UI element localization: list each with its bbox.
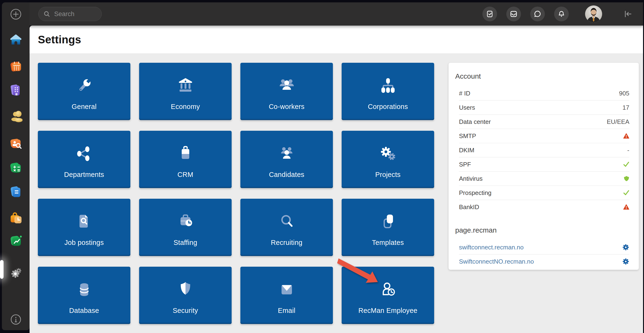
share-nodes-icon	[74, 143, 95, 164]
tile-label: Database	[69, 306, 99, 314]
account-rows: # ID 905 Users 17 Data center EU/EEA SMT…	[459, 87, 629, 214]
tile-crm[interactable]: CRM	[139, 131, 232, 188]
info-icon[interactable]	[9, 313, 22, 326]
home-icon[interactable]	[9, 33, 22, 46]
main-area: Settings General	[30, 2, 643, 333]
calendar-icon[interactable]	[9, 60, 22, 73]
calculator-icon[interactable]	[9, 162, 22, 175]
companies-icon[interactable]	[9, 83, 22, 97]
account-row-antivirus: Antivirus	[459, 172, 629, 186]
gears-icon	[377, 143, 399, 164]
tile-departments[interactable]: Departments	[38, 131, 130, 188]
active-item-indicator	[0, 260, 4, 279]
search-icon	[43, 11, 50, 18]
page-link[interactable]: swiftconnect.recman.no	[459, 244, 524, 251]
topbar-actions	[482, 2, 643, 26]
check-icon	[623, 162, 629, 167]
page-link[interactable]: SwiftconnectNO.recman.no	[459, 258, 534, 265]
tile-label: Recruiting	[271, 238, 302, 246]
page-header: Settings	[30, 26, 643, 53]
tile-label: Departments	[64, 171, 104, 179]
pages-section-title: page.recman	[455, 226, 629, 234]
envelope-icon	[276, 279, 298, 300]
shield-ok-icon	[624, 176, 629, 181]
tasks-icon[interactable]	[482, 7, 497, 21]
tile-label: General	[72, 103, 96, 111]
insights-icon[interactable]	[9, 234, 22, 248]
templates-icon	[377, 211, 399, 232]
tile-label: Economy	[171, 103, 200, 111]
document-search-icon	[74, 211, 95, 232]
content: General Economy Co-workers	[30, 53, 643, 333]
tile-email[interactable]: Email	[240, 267, 333, 324]
person-clock-icon	[377, 279, 399, 300]
tile-label: Templates	[372, 238, 404, 246]
shield-icon	[175, 279, 196, 300]
tile-label: Staffing	[174, 238, 197, 246]
tile-label: Email	[278, 306, 295, 314]
tile-job-postings[interactable]: Job postings	[38, 199, 130, 256]
app-window: Settings General	[2, 2, 643, 333]
tile-staffing[interactable]: Staffing	[139, 199, 232, 256]
account-row-prospecting: Prospecting	[459, 186, 629, 200]
warning-icon	[623, 133, 629, 139]
tile-label: Co-workers	[269, 103, 304, 111]
tile-label: Projects	[375, 171, 400, 179]
notifications-icon[interactable]	[554, 7, 569, 21]
page-link-row: SwiftconnectNO.recman.no	[459, 255, 629, 268]
tile-general[interactable]: General	[38, 63, 130, 120]
tile-projects[interactable]: Projects	[342, 131, 434, 188]
tile-corporations[interactable]: Corporations	[342, 63, 434, 120]
account-row-bankid: BankID	[459, 200, 629, 214]
search-bar[interactable]	[38, 7, 102, 21]
page-links: swiftconnect.recman.no SwiftconnectNO.re…	[459, 240, 629, 268]
documents-icon[interactable]	[9, 185, 22, 198]
tile-label: RecMan Employee	[358, 306, 418, 314]
account-row-smtp: SMTP	[459, 129, 629, 143]
tile-templates[interactable]: Templates	[342, 199, 434, 256]
database-icon	[74, 279, 95, 300]
account-row-data-center: Data center EU/EEA	[459, 115, 629, 129]
add-icon[interactable]	[9, 8, 22, 21]
page-settings-gear-icon[interactable]	[622, 244, 629, 251]
settings-icon[interactable]	[9, 266, 22, 279]
page-settings-gear-icon[interactable]	[622, 258, 629, 265]
tile-recman-employee[interactable]: RecMan Employee	[342, 267, 434, 324]
tile-label: Job postings	[64, 238, 104, 246]
tile-label: Candidates	[269, 171, 304, 179]
tile-label: CRM	[178, 171, 193, 179]
warning-icon	[623, 204, 629, 210]
search-input[interactable]	[54, 10, 99, 18]
account-section-title: Account	[455, 72, 629, 80]
bank-icon	[175, 75, 196, 96]
briefcase-icon	[175, 143, 196, 164]
wrench-icon	[74, 75, 95, 96]
tile-economy[interactable]: Economy	[139, 63, 232, 120]
tile-label: Corporations	[368, 103, 408, 111]
tile-label: Security	[173, 306, 198, 314]
user-avatar[interactable]	[585, 6, 602, 23]
org-chart-icon	[377, 75, 399, 96]
tile-security[interactable]: Security	[139, 267, 232, 324]
tile-recruiting[interactable]: Recruiting	[240, 199, 333, 256]
tile-co-workers[interactable]: Co-workers	[240, 63, 333, 120]
staffing-icon[interactable]	[9, 211, 22, 224]
account-row-spf: SPF	[459, 158, 629, 172]
sidebar	[2, 2, 30, 330]
tile-candidates[interactable]: Candidates	[240, 131, 333, 188]
account-row-dkim: DKIM -	[459, 143, 629, 158]
account-row-id: # ID 905	[459, 87, 629, 101]
topbar	[30, 2, 643, 26]
customers-icon[interactable]	[9, 109, 22, 123]
candidate-search-icon[interactable]	[9, 137, 22, 150]
inbox-icon[interactable]	[506, 7, 521, 21]
account-row-users: Users 17	[459, 101, 629, 115]
tile-database[interactable]: Database	[38, 267, 130, 324]
collapse-panel-icon[interactable]	[623, 10, 633, 18]
magnifier-icon	[276, 211, 298, 232]
check-icon	[623, 190, 629, 196]
messages-icon[interactable]	[530, 7, 545, 21]
briefcase-clock-icon	[175, 211, 196, 232]
account-panel: Account # ID 905 Users 17 Data center EU…	[448, 63, 639, 270]
page-link-row: swiftconnect.recman.no	[459, 240, 629, 255]
